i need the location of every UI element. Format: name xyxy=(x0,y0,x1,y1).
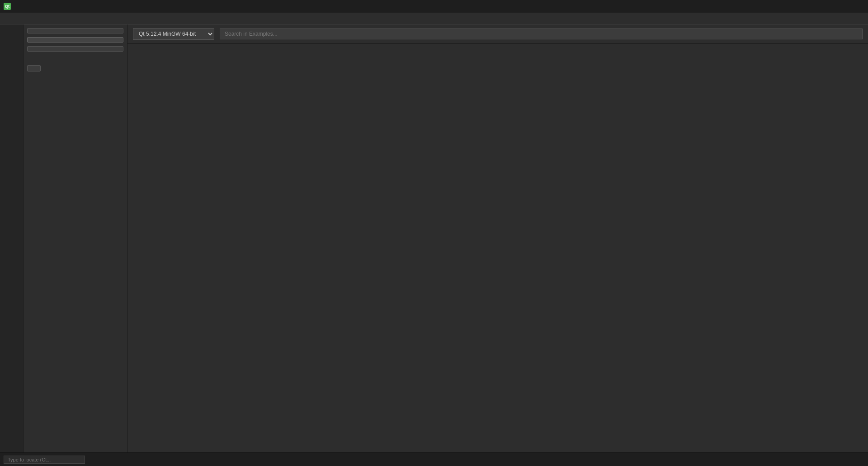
titlebar-controls[interactable] xyxy=(828,2,864,11)
titlebar: Qt xyxy=(0,0,868,13)
menubar xyxy=(0,13,868,24)
search-input[interactable] xyxy=(220,29,863,39)
content-header: Qt 5.12.4 MinGW 64-bit xyxy=(127,24,868,44)
left-panel xyxy=(24,24,127,452)
icon-sidebar xyxy=(0,24,24,452)
content-area: Qt 5.12.4 MinGW 64-bit xyxy=(127,24,868,452)
app-icon: Qt xyxy=(4,3,11,10)
examples-grid xyxy=(127,44,868,452)
titlebar-left: Qt xyxy=(4,3,14,10)
maximize-button[interactable] xyxy=(841,2,852,11)
statusbar xyxy=(0,452,868,466)
main-layout: Qt 5.12.4 MinGW 64-bit xyxy=(0,24,868,452)
new-to-qt-section xyxy=(27,59,123,71)
qt-version-select[interactable]: Qt 5.12.4 MinGW 64-bit xyxy=(133,28,214,40)
locate-input[interactable] xyxy=(4,456,85,464)
get-started-button[interactable] xyxy=(27,65,41,71)
tutorials-button[interactable] xyxy=(27,46,123,52)
close-button[interactable] xyxy=(854,2,864,11)
minimize-button[interactable] xyxy=(828,2,839,11)
projects-button[interactable] xyxy=(27,28,123,33)
examples-button[interactable] xyxy=(27,37,123,43)
